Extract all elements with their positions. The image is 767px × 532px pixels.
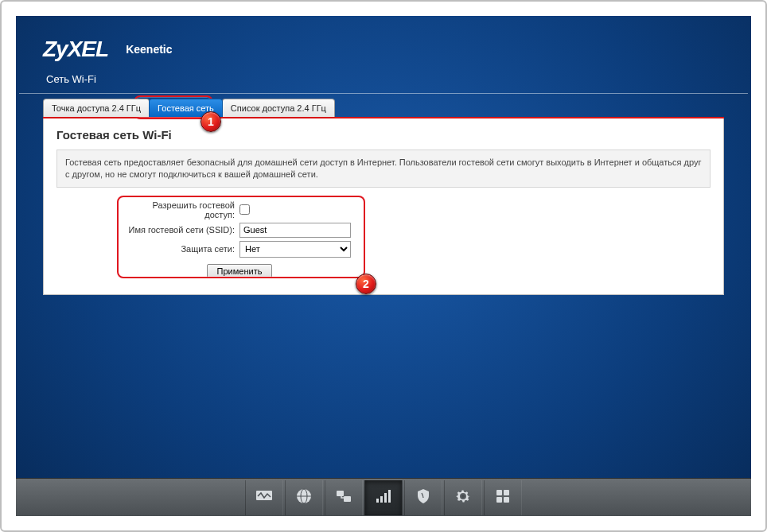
svg-rect-13 <box>496 497 502 503</box>
marker-1-label: 1 <box>208 115 214 128</box>
security-select[interactable]: Нет <box>239 241 351 258</box>
tab-access-list[interactable]: Список доступа 2.4 ГГц <box>222 99 335 117</box>
form-area: Разрешить гостевой доступ: Имя гостевой … <box>120 200 359 278</box>
ssid-input[interactable] <box>239 223 351 238</box>
toolbar-network[interactable] <box>325 480 363 515</box>
svg-rect-14 <box>504 497 509 503</box>
svg-rect-4 <box>337 491 344 496</box>
allow-guest-label: Разрешить гостевой доступ: <box>120 200 239 219</box>
brand-logo: ZyXEL <box>43 37 108 62</box>
toolbar-monitor[interactable] <box>245 480 283 515</box>
toolbar-firewall[interactable] <box>404 480 442 515</box>
window-frame: ZyXEL Keenetic Сеть Wi-Fi Точка доступа … <box>0 0 767 532</box>
marker-2: 2 <box>356 274 376 294</box>
svg-rect-6 <box>376 499 379 503</box>
brand-product: Keenetic <box>126 43 172 56</box>
svg-rect-11 <box>496 490 502 495</box>
wifi-bars-icon <box>374 487 393 509</box>
bottom-toolbar <box>16 478 751 516</box>
ssid-label: Имя гостевой сети (SSID): <box>120 225 239 235</box>
header: ZyXEL Keenetic <box>16 16 751 65</box>
svg-rect-7 <box>380 496 383 503</box>
toolbar-apps[interactable] <box>484 480 522 515</box>
security-label: Защита сети: <box>120 244 239 254</box>
panel-info: Гостевая сеть предоставляет безопасный д… <box>56 150 711 188</box>
marker-2-label: 2 <box>363 278 369 290</box>
router-admin-screen: ZyXEL Keenetic Сеть Wi-Fi Точка доступа … <box>16 16 751 516</box>
globe-icon <box>294 487 313 509</box>
content-panel: Гостевая сеть Wi-Fi Гостевая сеть предос… <box>43 118 724 295</box>
svg-rect-9 <box>388 490 391 503</box>
shield-icon <box>414 487 433 509</box>
panel-title: Гостевая сеть Wi-Fi <box>56 128 711 142</box>
marker-1: 1 <box>201 111 221 132</box>
tab-access-point[interactable]: Точка доступа 2.4 ГГц <box>43 99 150 117</box>
allow-guest-checkbox[interactable] <box>239 204 250 215</box>
svg-rect-8 <box>384 493 387 503</box>
apps-icon <box>493 487 512 509</box>
toolbar-settings[interactable] <box>444 480 482 515</box>
network-icon <box>334 487 353 509</box>
gear-icon <box>454 487 473 509</box>
tabs-row: Точка доступа 2.4 ГГц Гостевая сеть Спис… <box>16 94 751 117</box>
monitor-icon <box>255 487 274 509</box>
apply-button[interactable]: Применить <box>207 264 273 278</box>
svg-point-10 <box>461 494 465 497</box>
toolbar-globe[interactable] <box>285 480 323 515</box>
svg-rect-12 <box>504 490 509 495</box>
section-title: Сеть Wi-Fi <box>19 65 748 94</box>
toolbar-wifi[interactable] <box>364 480 403 515</box>
svg-rect-5 <box>344 496 351 502</box>
